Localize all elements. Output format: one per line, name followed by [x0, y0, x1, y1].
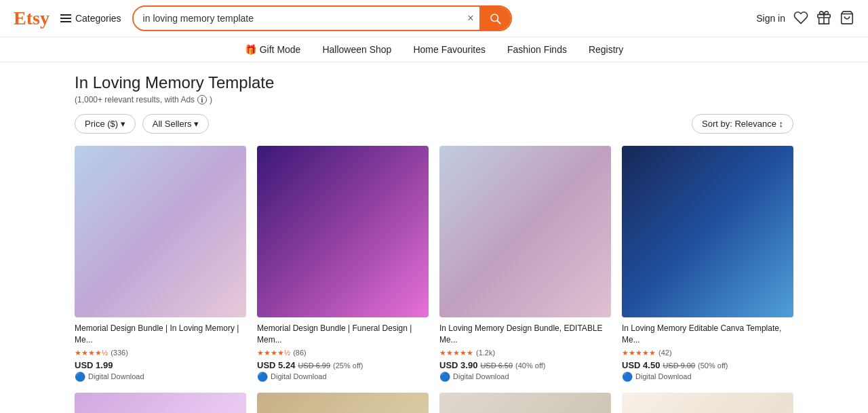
main-content: In Loving Memory Template (1,000+ releva…	[61, 62, 807, 413]
rating-stars: ★★★★★	[622, 349, 656, 357]
digital-badge: 🔵 Digital Download	[257, 372, 429, 382]
clear-search-button[interactable]: ×	[462, 9, 479, 27]
product-card-2[interactable]: Memorial Design Bundle | Funeral Design …	[257, 146, 429, 382]
product-title: Memorial Design Bundle | Funeral Design …	[257, 323, 429, 346]
product-price: USD 1.99	[75, 360, 113, 370]
digital-label: Digital Download	[271, 372, 327, 380]
product-title: In Loving Memory Editable Canva Template…	[622, 323, 793, 346]
product-image-placeholder	[439, 146, 611, 317]
product-card-8[interactable]	[622, 393, 793, 413]
rating-stars: ★★★★★	[439, 349, 473, 357]
product-image-placeholder	[75, 393, 246, 413]
product-rating: ★★★★½ (336)	[75, 349, 246, 357]
product-price-row: USD 5.24USD 6.99(25% off)	[257, 359, 429, 370]
gift-icon	[816, 10, 831, 25]
product-title: In Loving Memory Design Bundle, EDITABLE…	[439, 323, 611, 346]
subnav-fashion[interactable]: Fashion Finds	[507, 44, 567, 55]
product-image-placeholder	[622, 393, 793, 413]
product-price: USD 4.50	[622, 360, 660, 370]
digital-badge: 🔵 Digital Download	[439, 372, 611, 382]
review-count: (42)	[658, 349, 672, 357]
product-image	[75, 146, 246, 317]
product-discount: (40% off)	[515, 361, 545, 370]
digital-label: Digital Download	[453, 372, 509, 380]
subnav: 🎁 Gift Mode Halloween Shop Home Favourit…	[0, 37, 868, 62]
filter-left: Price ($) ▾ All Sellers ▾	[75, 114, 209, 134]
heart-icon	[793, 10, 808, 25]
product-card-4[interactable]: In Loving Memory Editable Canva Template…	[622, 146, 793, 382]
product-image-placeholder	[257, 393, 429, 413]
page-title: In Loving Memory Template	[75, 73, 793, 92]
product-image-placeholder	[75, 146, 246, 317]
product-price-row: USD 4.50USD 9.00(50% off)	[622, 359, 793, 370]
subnav-home[interactable]: Home Favourites	[413, 44, 486, 55]
sellers-filter-button[interactable]: All Sellers ▾	[142, 114, 209, 134]
rating-stars: ★★★★½	[75, 349, 108, 357]
search-button[interactable]	[479, 7, 511, 30]
gift-button[interactable]	[816, 10, 831, 27]
product-image	[439, 393, 611, 413]
product-original-price: USD 6.99	[298, 361, 330, 370]
digital-icon: 🔵	[439, 372, 450, 382]
digital-badge: 🔵 Digital Download	[75, 372, 246, 382]
price-filter-button[interactable]: Price ($) ▾	[75, 114, 136, 134]
product-price: USD 5.24	[257, 360, 295, 370]
product-price-row: USD 3.90USD 6.50(40% off)	[439, 359, 611, 370]
product-title: Memorial Design Bundle | In Loving Memor…	[75, 323, 246, 346]
digital-icon: 🔵	[75, 372, 85, 382]
info-icon[interactable]: ℹ	[197, 95, 207, 104]
product-image	[75, 393, 246, 413]
results-count: (1,000+ relevant results, with Ads ℹ )	[75, 95, 793, 104]
product-discount: (25% off)	[333, 361, 363, 370]
hamburger-icon	[60, 14, 71, 22]
product-image	[257, 393, 429, 413]
subnav-gift-mode[interactable]: 🎁 Gift Mode	[245, 44, 301, 55]
product-image	[257, 146, 429, 317]
cart-button[interactable]	[840, 10, 854, 27]
search-icon	[489, 12, 501, 24]
product-price-row: USD 1.99	[75, 359, 246, 370]
product-original-price: USD 9.00	[663, 361, 695, 370]
product-card-3[interactable]: In Loving Memory Design Bundle, EDITABLE…	[439, 146, 611, 382]
header: Etsy Categories × Sign in	[0, 0, 868, 37]
header-actions: Sign in	[756, 10, 854, 27]
digital-icon: 🔵	[257, 372, 268, 382]
filter-row: Price ($) ▾ All Sellers ▾ Sort by: Relev…	[75, 114, 793, 134]
digital-icon: 🔵	[622, 372, 633, 382]
review-count: (336)	[111, 349, 128, 357]
product-rating: ★★★★½ (86)	[257, 349, 429, 357]
product-card-6[interactable]	[257, 393, 429, 413]
product-image	[622, 146, 793, 317]
digital-label: Digital Download	[88, 372, 144, 380]
product-image-placeholder	[257, 146, 429, 317]
wishlist-button[interactable]	[793, 10, 808, 27]
gift-icon-nav: 🎁	[245, 44, 256, 55]
product-card-1[interactable]: Memorial Design Bundle | In Loving Memor…	[75, 146, 246, 382]
review-count: (86)	[293, 349, 307, 357]
product-card-5[interactable]	[75, 393, 246, 413]
categories-button[interactable]: Categories	[60, 13, 121, 24]
search-bar: ×	[132, 5, 512, 31]
product-price: USD 3.90	[439, 360, 477, 370]
product-image	[622, 393, 793, 413]
rating-stars: ★★★★½	[257, 349, 290, 357]
signin-button[interactable]: Sign in	[756, 13, 785, 24]
subnav-halloween[interactable]: Halloween Shop	[322, 44, 391, 55]
product-grid: Memorial Design Bundle | In Loving Memor…	[75, 146, 793, 413]
product-original-price: USD 6.50	[480, 361, 513, 370]
review-count: (1.2k)	[476, 349, 495, 357]
product-rating: ★★★★★ (42)	[622, 349, 793, 357]
subnav-registry[interactable]: Registry	[589, 44, 623, 55]
etsy-logo[interactable]: Etsy	[14, 7, 50, 29]
product-image	[439, 146, 611, 317]
digital-label: Digital Download	[635, 372, 692, 380]
product-card-7[interactable]	[439, 393, 611, 413]
product-discount: (50% off)	[698, 361, 728, 370]
product-rating: ★★★★★ (1.2k)	[439, 349, 611, 357]
cart-icon	[840, 10, 854, 25]
sort-button[interactable]: Sort by: Relevance ↕	[692, 114, 793, 134]
product-image-placeholder	[439, 393, 611, 413]
svg-line-1	[497, 20, 500, 23]
categories-label: Categories	[75, 13, 121, 24]
search-input[interactable]	[134, 7, 462, 29]
